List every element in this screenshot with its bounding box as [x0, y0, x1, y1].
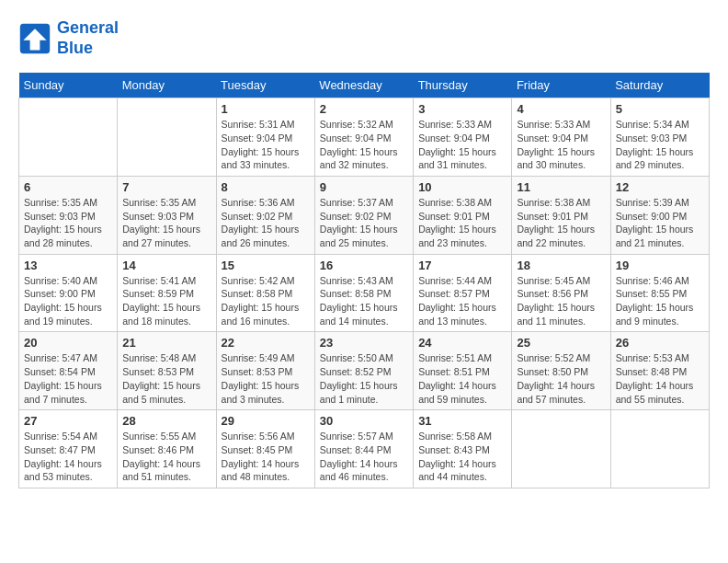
calendar-week-row: 20Sunrise: 5:47 AMSunset: 8:54 PMDayligh…: [19, 332, 710, 410]
day-info: Sunrise: 5:42 AMSunset: 8:58 PMDaylight:…: [222, 274, 310, 328]
calendar-cell: 17Sunrise: 5:44 AMSunset: 8:57 PMDayligh…: [414, 254, 512, 332]
day-number: 5: [616, 102, 704, 116]
day-info: Sunrise: 5:38 AMSunset: 9:01 PMDaylight:…: [517, 196, 605, 250]
day-info: Sunrise: 5:44 AMSunset: 8:57 PMDaylight:…: [418, 274, 506, 328]
day-info: Sunrise: 5:51 AMSunset: 8:51 PMDaylight:…: [418, 351, 506, 406]
day-number: 7: [122, 180, 210, 194]
calendar-cell: 24Sunrise: 5:51 AMSunset: 8:51 PMDayligh…: [414, 332, 512, 410]
day-info: Sunrise: 5:39 AMSunset: 9:00 PMDaylight:…: [616, 196, 704, 250]
day-info: Sunrise: 5:55 AMSunset: 8:46 PMDaylight:…: [122, 430, 210, 484]
calendar-cell: [512, 410, 610, 488]
day-of-week-header: Tuesday: [216, 73, 314, 98]
day-info: Sunrise: 5:33 AMSunset: 9:04 PMDaylight:…: [418, 118, 506, 172]
day-info: Sunrise: 5:50 AMSunset: 8:52 PMDaylight:…: [320, 351, 408, 406]
calendar-cell: 7Sunrise: 5:35 AMSunset: 9:03 PMDaylight…: [118, 176, 216, 254]
calendar-cell: 6Sunrise: 5:35 AMSunset: 9:03 PMDaylight…: [19, 176, 118, 254]
day-info: Sunrise: 5:37 AMSunset: 9:02 PMDaylight:…: [320, 196, 408, 250]
day-info: Sunrise: 5:57 AMSunset: 8:44 PMDaylight:…: [320, 430, 408, 484]
calendar-cell: 14Sunrise: 5:41 AMSunset: 8:59 PMDayligh…: [118, 254, 216, 332]
day-number: 1: [222, 102, 310, 116]
calendar-week-row: 27Sunrise: 5:54 AMSunset: 8:47 PMDayligh…: [19, 410, 710, 488]
calendar-cell: 25Sunrise: 5:52 AMSunset: 8:50 PMDayligh…: [512, 332, 610, 410]
logo-icon: [18, 22, 51, 55]
day-of-week-header: Monday: [118, 73, 216, 98]
calendar-cell: 23Sunrise: 5:50 AMSunset: 8:52 PMDayligh…: [314, 332, 413, 410]
calendar-cell: 20Sunrise: 5:47 AMSunset: 8:54 PMDayligh…: [19, 332, 118, 410]
logo: General Blue: [18, 18, 119, 58]
calendar-week-row: 13Sunrise: 5:40 AMSunset: 9:00 PMDayligh…: [19, 254, 710, 332]
day-number: 4: [517, 102, 605, 116]
day-number: 17: [418, 259, 506, 272]
day-number: 20: [24, 336, 112, 350]
calendar-cell: 12Sunrise: 5:39 AMSunset: 9:00 PMDayligh…: [610, 176, 709, 254]
day-number: 30: [320, 414, 408, 428]
day-number: 18: [517, 259, 605, 272]
calendar-cell: 22Sunrise: 5:49 AMSunset: 8:53 PMDayligh…: [216, 332, 314, 410]
day-info: Sunrise: 5:35 AMSunset: 9:03 PMDaylight:…: [122, 196, 210, 250]
calendar-cell: 3Sunrise: 5:33 AMSunset: 9:04 PMDaylight…: [414, 98, 512, 177]
day-info: Sunrise: 5:48 AMSunset: 8:53 PMDaylight:…: [122, 351, 210, 406]
day-info: Sunrise: 5:40 AMSunset: 9:00 PMDaylight:…: [24, 274, 112, 328]
day-number: 26: [616, 336, 704, 350]
day-info: Sunrise: 5:45 AMSunset: 8:56 PMDaylight:…: [517, 274, 605, 328]
day-number: 15: [222, 259, 310, 272]
day-info: Sunrise: 5:31 AMSunset: 9:04 PMDaylight:…: [222, 118, 310, 172]
day-info: Sunrise: 5:32 AMSunset: 9:04 PMDaylight:…: [320, 118, 408, 172]
calendar-cell: 29Sunrise: 5:56 AMSunset: 8:45 PMDayligh…: [216, 410, 314, 488]
day-info: Sunrise: 5:47 AMSunset: 8:54 PMDaylight:…: [24, 351, 112, 406]
day-of-week-header: Friday: [512, 73, 610, 98]
calendar-cell: 26Sunrise: 5:53 AMSunset: 8:48 PMDayligh…: [610, 332, 709, 410]
calendar-cell: [118, 98, 216, 177]
day-number: 21: [122, 336, 210, 350]
calendar-cell: 10Sunrise: 5:38 AMSunset: 9:01 PMDayligh…: [414, 176, 512, 254]
calendar-week-row: 1Sunrise: 5:31 AMSunset: 9:04 PMDaylight…: [19, 98, 710, 177]
day-number: 19: [616, 259, 704, 272]
logo-text: General Blue: [57, 18, 119, 58]
day-number: 31: [418, 414, 506, 428]
day-number: 12: [616, 180, 704, 194]
day-number: 2: [320, 102, 408, 116]
day-of-week-header: Wednesday: [314, 73, 413, 98]
day-info: Sunrise: 5:49 AMSunset: 8:53 PMDaylight:…: [222, 351, 310, 406]
day-info: Sunrise: 5:36 AMSunset: 9:02 PMDaylight:…: [222, 196, 310, 250]
calendar-cell: 27Sunrise: 5:54 AMSunset: 8:47 PMDayligh…: [19, 410, 118, 488]
day-info: Sunrise: 5:41 AMSunset: 8:59 PMDaylight:…: [122, 274, 210, 328]
calendar-cell: 15Sunrise: 5:42 AMSunset: 8:58 PMDayligh…: [216, 254, 314, 332]
day-number: 8: [222, 180, 310, 194]
day-info: Sunrise: 5:43 AMSunset: 8:58 PMDaylight:…: [320, 274, 408, 328]
day-info: Sunrise: 5:38 AMSunset: 9:01 PMDaylight:…: [418, 196, 506, 250]
day-number: 6: [24, 180, 112, 194]
calendar-cell: 28Sunrise: 5:55 AMSunset: 8:46 PMDayligh…: [118, 410, 216, 488]
calendar-cell: 2Sunrise: 5:32 AMSunset: 9:04 PMDaylight…: [314, 98, 413, 177]
day-number: 24: [418, 336, 506, 350]
day-info: Sunrise: 5:54 AMSunset: 8:47 PMDaylight:…: [24, 430, 112, 484]
day-info: Sunrise: 5:52 AMSunset: 8:50 PMDaylight:…: [517, 351, 605, 406]
day-of-week-header: Sunday: [19, 73, 118, 98]
calendar-cell: 21Sunrise: 5:48 AMSunset: 8:53 PMDayligh…: [118, 332, 216, 410]
calendar-cell: 9Sunrise: 5:37 AMSunset: 9:02 PMDaylight…: [314, 176, 413, 254]
day-of-week-header: Thursday: [414, 73, 512, 98]
day-number: 11: [517, 180, 605, 194]
day-info: Sunrise: 5:34 AMSunset: 9:03 PMDaylight:…: [616, 118, 704, 172]
calendar-cell: 1Sunrise: 5:31 AMSunset: 9:04 PMDaylight…: [216, 98, 314, 177]
day-info: Sunrise: 5:56 AMSunset: 8:45 PMDaylight:…: [222, 430, 310, 484]
calendar-cell: 8Sunrise: 5:36 AMSunset: 9:02 PMDaylight…: [216, 176, 314, 254]
calendar-table: SundayMondayTuesdayWednesdayThursdayFrid…: [18, 73, 710, 488]
day-number: 29: [222, 414, 310, 428]
calendar-cell: 18Sunrise: 5:45 AMSunset: 8:56 PMDayligh…: [512, 254, 610, 332]
calendar-cell: 16Sunrise: 5:43 AMSunset: 8:58 PMDayligh…: [314, 254, 413, 332]
day-number: 13: [24, 259, 112, 272]
calendar-cell: [19, 98, 118, 177]
day-number: 16: [320, 259, 408, 272]
day-number: 23: [320, 336, 408, 350]
day-info: Sunrise: 5:35 AMSunset: 9:03 PMDaylight:…: [24, 196, 112, 250]
calendar-cell: 30Sunrise: 5:57 AMSunset: 8:44 PMDayligh…: [314, 410, 413, 488]
calendar-cell: 31Sunrise: 5:58 AMSunset: 8:43 PMDayligh…: [414, 410, 512, 488]
day-number: 28: [122, 414, 210, 428]
day-info: Sunrise: 5:33 AMSunset: 9:04 PMDaylight:…: [517, 118, 605, 172]
calendar-cell: 13Sunrise: 5:40 AMSunset: 9:00 PMDayligh…: [19, 254, 118, 332]
calendar-cell: [610, 410, 709, 488]
day-number: 3: [418, 102, 506, 116]
day-number: 14: [122, 259, 210, 272]
calendar-cell: 5Sunrise: 5:34 AMSunset: 9:03 PMDaylight…: [610, 98, 709, 177]
